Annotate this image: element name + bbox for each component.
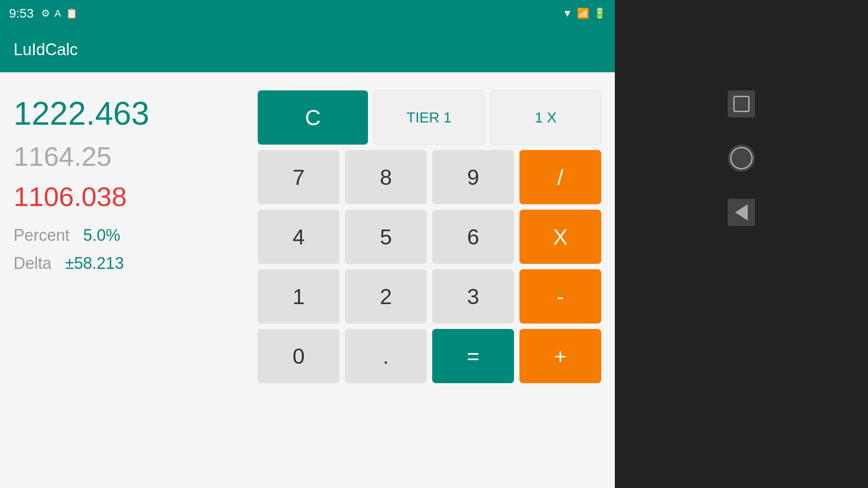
square-button[interactable] [728, 90, 755, 117]
key-5[interactable]: 5 [345, 210, 427, 264]
keypad-row-5: 0 . = + [258, 329, 601, 383]
delta-row: Delta ±58.213 [14, 254, 240, 273]
subtract-button[interactable]: - [519, 269, 601, 324]
key-0[interactable]: 0 [258, 329, 340, 383]
key-1[interactable]: 1 [258, 269, 340, 324]
clear-button[interactable]: C [258, 90, 368, 145]
add-button[interactable]: + [519, 329, 601, 383]
value-main: 1222.463 [14, 95, 240, 132]
back-button[interactable] [728, 199, 755, 226]
key-6[interactable]: 6 [432, 210, 514, 264]
wifi-icon: ▼ [562, 8, 572, 19]
status-bar: 9:53 ⚙ A 📋 ▼ 📶 🔋 [0, 0, 615, 27]
keypad: C TIER 1 1 X 7 8 9 / 4 5 6 X 1 2 [258, 90, 601, 470]
app-title: LuIdCalc [14, 40, 78, 59]
divide-button[interactable]: / [519, 150, 601, 204]
signal-icon: 📶 [577, 8, 589, 19]
keypad-row-1: C TIER 1 1 X [258, 90, 601, 145]
key-9[interactable]: 9 [432, 150, 514, 204]
accessibility-icon: A [55, 8, 61, 19]
clipboard-icon: 📋 [66, 8, 78, 19]
keypad-row-3: 4 5 6 X [258, 210, 601, 264]
key-2[interactable]: 2 [345, 269, 427, 324]
key-7[interactable]: 7 [258, 150, 340, 204]
battery-icon: 🔋 [594, 8, 606, 19]
percent-value: 5.0% [83, 226, 120, 245]
key-3[interactable]: 3 [432, 269, 514, 324]
decimal-button[interactable]: . [345, 329, 427, 383]
tier1-button[interactable]: TIER 1 [373, 90, 485, 145]
value-secondary: 1164.25 [14, 141, 240, 172]
app-bar: LuIdCalc [0, 27, 615, 72]
1x-button[interactable]: 1 X [490, 90, 601, 145]
delta-label: Delta [14, 254, 52, 273]
equals-button[interactable]: = [432, 329, 514, 383]
main-screen: 9:53 ⚙ A 📋 ▼ 📶 🔋 LuIdCalc 1222.463 1164.… [0, 0, 615, 488]
stat-row: Percent 5.0% [14, 226, 240, 245]
keypad-row-4: 1 2 3 - [258, 269, 601, 324]
right-sidebar [615, 0, 868, 488]
circle-button[interactable] [728, 145, 755, 172]
value-result: 1106.038 [14, 181, 240, 212]
key-4[interactable]: 4 [258, 210, 340, 264]
settings-icon: ⚙ [41, 8, 50, 19]
keypad-row-2: 7 8 9 / [258, 150, 601, 204]
content: 1222.463 1164.25 1106.038 Percent 5.0% D… [0, 72, 615, 488]
percent-label: Percent [14, 226, 70, 245]
delta-value: ±58.213 [65, 254, 124, 273]
key-8[interactable]: 8 [345, 150, 427, 204]
multiply-button[interactable]: X [519, 210, 601, 264]
status-time: 9:53 [9, 6, 34, 21]
display-panel: 1222.463 1164.25 1106.038 Percent 5.0% D… [14, 90, 240, 470]
status-icons: ⚙ A 📋 [41, 8, 78, 19]
